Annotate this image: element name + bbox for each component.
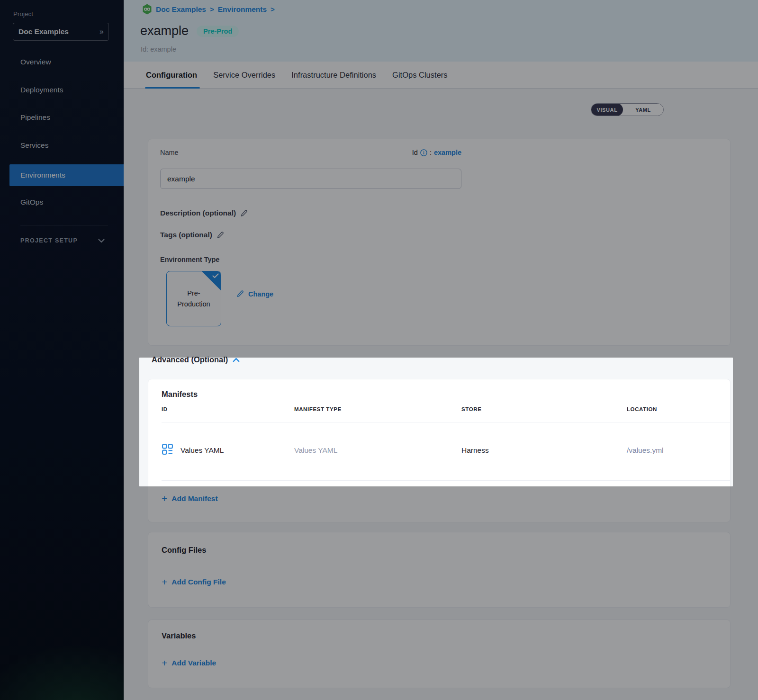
row-divider <box>162 480 730 481</box>
sidebar-item-gitops[interactable]: GitOps <box>0 191 124 213</box>
table-row[interactable]: Values YAML Values YAML Harness /values.… <box>148 422 730 480</box>
tab-bar: Configuration Service Overrides Infrastr… <box>124 62 758 89</box>
config-files-heading: Config Files <box>162 546 206 555</box>
env-type-badge: Pre-Prod <box>197 26 239 37</box>
add-manifest-button[interactable]: + Add Manifest <box>162 494 218 503</box>
chevron-down-icon <box>98 239 105 243</box>
pencil-icon <box>236 290 244 298</box>
advanced-section-toggle[interactable]: Advanced (Optional) <box>152 355 240 364</box>
tags-row[interactable]: Tags (optional) <box>160 231 225 239</box>
name-input[interactable] <box>160 169 461 189</box>
project-setup-label: PROJECT SETUP <box>20 237 78 244</box>
info-icon[interactable] <box>420 149 427 156</box>
add-config-file-label: Add Config File <box>171 578 226 586</box>
environment-configuration-page: Project Doc Examples » Overview Deployme… <box>0 0 758 700</box>
col-header-manifest-type: MANIFEST TYPE <box>294 406 342 412</box>
change-label: Change <box>248 290 273 298</box>
add-variable-label: Add Variable <box>171 659 216 667</box>
col-header-store: STORE <box>461 406 481 412</box>
id-prefix: Id <box>412 149 418 156</box>
manifest-icon <box>162 443 173 455</box>
tab-service-overrides[interactable]: Service Overrides <box>213 62 275 89</box>
project-label: Project <box>13 10 33 18</box>
manifest-location: /values.yml <box>627 446 664 455</box>
tab-infrastructure-definitions[interactable]: Infrastructure Definitions <box>291 62 376 89</box>
toggle-visual[interactable]: VISUAL <box>591 103 623 116</box>
breadcrumb-link-environments[interactable]: Environments <box>218 5 267 14</box>
variables-card: Variables + Add Variable <box>148 619 731 688</box>
manifest-store: Harness <box>461 446 489 455</box>
visual-yaml-toggle[interactable]: VISUAL YAML <box>591 103 664 116</box>
tags-label: Tags (optional) <box>160 231 212 239</box>
edit-pencil-icon[interactable] <box>240 209 248 217</box>
sidebar-item-services[interactable]: Services <box>0 135 124 156</box>
sidebar: Project Doc Examples » Overview Deployme… <box>0 0 124 700</box>
project-setup-toggle[interactable]: PROJECT SETUP <box>20 237 105 244</box>
breadcrumb-link-project[interactable]: Doc Examples <box>156 5 206 14</box>
add-variable-button[interactable]: + Add Variable <box>162 659 216 667</box>
manifest-id: Values YAML <box>180 446 224 455</box>
breadcrumb-separator: > <box>271 5 275 13</box>
manifest-type: Values YAML <box>294 446 337 455</box>
id-value-link[interactable]: example <box>434 149 461 156</box>
sidebar-divider <box>20 225 108 225</box>
sidebar-item-environments[interactable]: Environments <box>9 164 124 186</box>
env-type-card-preproduction[interactable]: Pre-Production <box>166 271 221 326</box>
project-selector[interactable]: Doc Examples » <box>13 23 109 41</box>
env-type-card-label: Pre-Production <box>177 288 210 309</box>
double-chevron-right-icon: » <box>99 27 103 36</box>
variables-heading: Variables <box>162 631 196 640</box>
sidebar-item-deployments[interactable]: Deployments <box>0 79 124 101</box>
chevron-up-icon <box>233 358 240 362</box>
col-header-id: ID <box>162 406 168 412</box>
tab-gitops-clusters[interactable]: GitOps Clusters <box>392 62 447 89</box>
title-row: example Pre-Prod <box>140 24 239 38</box>
id-chip: Id : example <box>412 149 461 156</box>
add-manifest-label: Add Manifest <box>171 494 217 503</box>
page-title: example <box>140 24 189 38</box>
name-label: Name <box>160 149 179 156</box>
sidebar-item-pipelines[interactable]: Pipelines <box>0 107 124 128</box>
add-config-file-button[interactable]: + Add Config File <box>162 578 226 586</box>
advanced-title: Advanced (Optional) <box>152 355 228 364</box>
manifests-card: Manifests ID MANIFEST TYPE STORE LOCATIO… <box>148 379 731 522</box>
environment-type-label: Environment Type <box>160 256 219 263</box>
col-header-location: LOCATION <box>627 406 657 412</box>
project-logo-icon <box>142 4 152 15</box>
id-colon: : <box>430 149 432 156</box>
toggle-yaml[interactable]: YAML <box>623 103 663 116</box>
sidebar-item-overview[interactable]: Overview <box>0 51 124 73</box>
description-row[interactable]: Description (optional) <box>160 209 248 217</box>
check-icon <box>212 273 219 278</box>
change-env-type[interactable]: Change <box>236 290 273 298</box>
description-label: Description (optional) <box>160 209 236 217</box>
manifests-heading: Manifests <box>162 390 198 399</box>
breadcrumb: Doc Examples > Environments > <box>142 4 275 15</box>
config-files-card: Config Files + Add Config File <box>148 532 731 608</box>
page-header: Doc Examples > Environments > example Pr… <box>124 0 758 62</box>
plus-icon: + <box>162 494 167 503</box>
edit-pencil-icon[interactable] <box>217 231 225 239</box>
entity-id: Id: example <box>141 45 176 53</box>
main-panel: Doc Examples > Environments > example Pr… <box>124 0 758 700</box>
breadcrumb-separator: > <box>210 5 214 13</box>
tab-configuration[interactable]: Configuration <box>146 62 197 89</box>
name-row: Name Id : example <box>160 149 461 156</box>
project-name: Doc Examples <box>18 27 69 36</box>
plus-icon: + <box>162 578 167 586</box>
plus-icon: + <box>162 659 167 667</box>
